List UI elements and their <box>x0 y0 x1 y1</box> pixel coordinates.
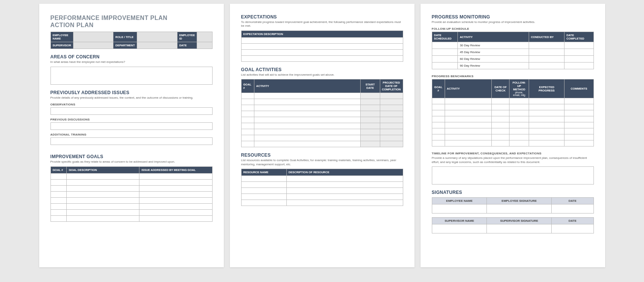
benchmarks-table: GOAL # ACTIVITY DATE OF CHECK FOLLOW-UP … <box>432 79 594 146</box>
table-row[interactable] <box>241 99 403 105</box>
table-row[interactable] <box>432 134 594 140</box>
col-start-date: START DATE <box>361 79 380 93</box>
heading-previously-addressed: PREVIOUSLY ADDRESSED ISSUES <box>50 90 213 95</box>
col-date-completed: DATE COMPLETED <box>564 32 594 42</box>
label-progress-benchmarks: PROGRESS BENCHMARKS <box>432 75 594 78</box>
label-observations: OBSERVATIONS <box>50 103 213 106</box>
table-row[interactable] <box>241 93 403 99</box>
table-row[interactable] <box>241 175 403 181</box>
table-row[interactable] <box>50 191 212 197</box>
col-activity: ACTIVITY <box>458 32 529 42</box>
col-sup-sig: SUPERVISOR SIGNATURE <box>487 218 552 224</box>
label-supervisor: SUPERVISOR <box>50 42 73 49</box>
col-expected-progress: EXPECTED PROGRESS <box>529 79 564 98</box>
page-3: PROGRESS MONITORING Provide an evaluatio… <box>421 4 605 267</box>
field-employee-name[interactable] <box>73 32 113 42</box>
table-row[interactable] <box>241 194 403 200</box>
field-observations[interactable] <box>50 107 213 115</box>
heading-expectations: EXPECTATIONS <box>241 14 403 20</box>
col-conducted-by: CONDUCTED BY <box>529 32 564 42</box>
table-row[interactable] <box>241 200 403 206</box>
col-emp-date: DATE <box>551 198 594 204</box>
table-row[interactable] <box>241 49 403 55</box>
table-row[interactable] <box>241 129 403 135</box>
table-row[interactable] <box>241 55 403 61</box>
heading-goal-activities: GOAL ACTIVITIES <box>241 67 403 72</box>
col-projected: PROJECTED DATE OF COMPLETION <box>380 79 403 93</box>
col-sup-date: DATE <box>551 218 594 224</box>
table-row[interactable] <box>50 173 212 179</box>
resources-table: RESOURCE NAME DESCRIPTION OF RESOURCE <box>241 169 403 206</box>
document-container: PERFORMANCE IMPROVEMENT PLAN ACTION PLAN… <box>4 4 640 267</box>
label-role-title: ROLE / TITLE <box>113 32 137 42</box>
table-row[interactable]: 45 Day Review <box>432 49 594 56</box>
sub-expectations: To demonstrate progress toward improveme… <box>241 20 403 28</box>
sub-goal-activities: List activities that will aid to achieve… <box>241 73 403 77</box>
col-comments: COMMENTS <box>564 79 594 98</box>
col-expectation-desc: EXPECTATION DESCRIPTION <box>241 30 403 37</box>
followup-schedule-table: DATE SCHEDULED ACTIVITY CONDUCTED BY DAT… <box>432 32 594 69</box>
heading-improvement-goals: IMPROVEMENT GOALS <box>50 154 213 159</box>
label-additional-training: ADDITIONAL TRAINING <box>50 133 213 136</box>
doc-title-line1: PERFORMANCE IMPROVEMENT PLAN <box>50 14 213 21</box>
col-issue: ISSUE ADDRESSED BY MEETING GOAL <box>139 166 212 173</box>
table-row[interactable] <box>241 43 403 49</box>
label-department: DEPARTMENT <box>113 42 137 49</box>
table-row[interactable] <box>241 111 403 117</box>
table-row[interactable] <box>432 104 594 110</box>
field-areas-of-concern[interactable] <box>50 67 213 85</box>
employee-signature-table: EMPLOYEE NAME EMPLOYEE SIGNATURE DATE <box>432 197 594 213</box>
table-row[interactable] <box>241 181 403 187</box>
table-row[interactable] <box>241 105 403 111</box>
sub-progress-monitoring: Provide an evaluation schedule to monito… <box>432 20 594 24</box>
table-row[interactable] <box>50 209 212 215</box>
table-row[interactable] <box>50 203 212 209</box>
field-timeline[interactable] <box>432 166 594 184</box>
table-row[interactable] <box>241 117 403 123</box>
label-date: DATE <box>177 42 197 49</box>
table-row[interactable]: 90 Day Review <box>432 62 594 69</box>
table-row[interactable] <box>432 116 594 122</box>
field-role-title[interactable] <box>137 32 177 42</box>
improvement-goals-table: GOAL # GOAL DESCRIPTION ISSUE ADDRESSED … <box>50 166 213 222</box>
table-row[interactable] <box>241 135 403 141</box>
table-row[interactable] <box>50 197 212 203</box>
table-row[interactable] <box>432 122 594 128</box>
table-row[interactable] <box>241 37 403 43</box>
expectations-table: EXPECTATION DESCRIPTION <box>241 30 403 62</box>
table-row[interactable] <box>241 187 403 194</box>
table-row[interactable] <box>241 141 403 147</box>
table-row[interactable] <box>432 98 594 104</box>
table-row[interactable] <box>432 204 594 213</box>
table-row[interactable] <box>50 179 212 185</box>
field-date[interactable] <box>197 42 212 49</box>
table-row[interactable]: 60 Day Review <box>432 56 594 62</box>
field-additional-training[interactable] <box>50 137 213 145</box>
heading-resources: RESOURCES <box>241 152 403 158</box>
table-row[interactable] <box>50 185 212 191</box>
field-department[interactable] <box>137 42 177 49</box>
sub-resources: List resources available to complete Goa… <box>241 159 403 166</box>
sub-previously-addressed: Provide details of any previously addres… <box>50 96 213 100</box>
field-previous-discussions[interactable] <box>50 122 213 130</box>
table-row[interactable]: 30 Day Review <box>432 42 594 49</box>
col-emp-name: EMPLOYEE NAME <box>432 198 487 204</box>
table-row[interactable] <box>241 123 403 129</box>
field-supervisor[interactable] <box>73 42 113 49</box>
table-row[interactable] <box>432 224 594 233</box>
table-row[interactable] <box>432 110 594 116</box>
col-goal-num: GOAL # <box>432 79 445 98</box>
heading-signatures: SIGNATURES <box>432 190 594 195</box>
employee-info-table: EMPLOYEE NAME ROLE / TITLE EMPLOYEE ID S… <box>50 32 213 49</box>
sub-improvement-goals: Provide specific goals as they relate to… <box>50 160 213 164</box>
table-row[interactable] <box>432 140 594 146</box>
table-row[interactable] <box>50 215 212 221</box>
col-date-scheduled: DATE SCHEDULED <box>432 32 458 42</box>
col-emp-sig: EMPLOYEE SIGNATURE <box>487 198 552 204</box>
col-date-of-check: DATE OF CHECK <box>492 79 509 98</box>
label-timeline: TIMELINE FOR IMPROVEMENT, CONSEQUENCES, … <box>432 152 594 155</box>
table-row[interactable] <box>432 128 594 134</box>
supervisor-signature-table: SUPERVISOR NAME SUPERVISOR SIGNATURE DAT… <box>432 217 594 233</box>
col-resource-desc: DESCRIPTION OF RESOURCE <box>286 169 403 175</box>
field-employee-id[interactable] <box>197 32 212 42</box>
